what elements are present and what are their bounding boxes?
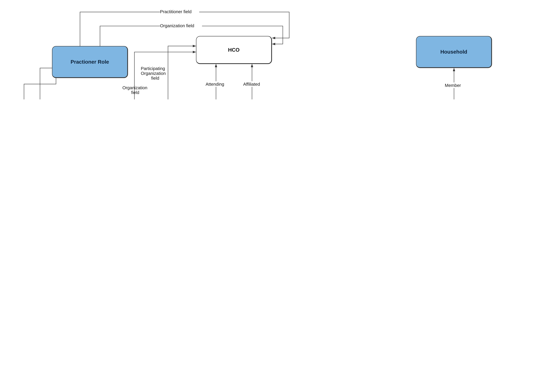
svg-rect-10: [438, 82, 460, 88]
node-label: Practioner Role: [71, 59, 109, 65]
svg-rect-7: [243, 81, 265, 87]
edge-label: Practitioner field: [160, 9, 191, 14]
edge-label: Organizationfield: [122, 85, 147, 95]
diagram-canvas: Practioner Role Organization Affiliation…: [0, 0, 540, 99]
node-label: Household: [440, 49, 467, 55]
svg-rect-1: [160, 23, 202, 28]
edge-label: Organization field: [160, 23, 194, 28]
edge-label: ParticipatingOrganizationfield: [141, 66, 166, 80]
edge-label: Affiliated: [243, 82, 260, 87]
node-practitioner-role: Practioner Role: [52, 46, 128, 78]
node-hco: HCO: [196, 36, 272, 64]
node-household: Household: [416, 36, 492, 68]
edge-label: Member: [445, 83, 461, 88]
svg-rect-6: [199, 81, 223, 87]
node-label: HCO: [228, 47, 240, 53]
edge-label: Attending: [206, 82, 224, 87]
svg-rect-0: [160, 9, 199, 14]
